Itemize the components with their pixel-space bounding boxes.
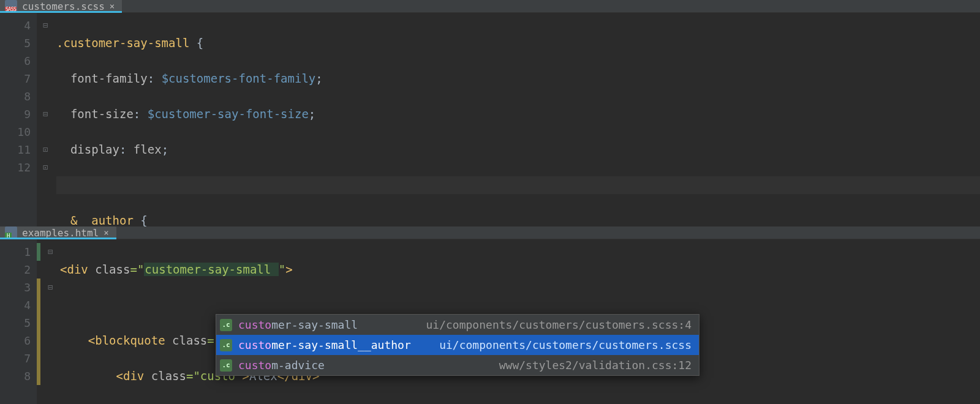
css-property: display — [70, 143, 119, 156]
code-editor[interactable]: 1 2 3 4 5 6 7 8 ⊟ ⊟ <div class="customer… — [0, 239, 980, 404]
line-number: 5 — [0, 34, 31, 52]
fold-end-icon[interactable]: ⊡ — [37, 141, 54, 159]
line-number: 4 — [0, 296, 31, 314]
fold-toggle-icon[interactable]: ⊟ — [37, 105, 54, 123]
html-tag: blockquote — [95, 334, 165, 347]
line-number: 12 — [0, 159, 31, 176]
line-number: 3 — [0, 279, 31, 296]
fold-column: ⊟ ⊟ — [43, 239, 58, 404]
completion-name: mer-say-small__author — [271, 339, 411, 351]
tab-bar: customers.scss × — [0, 0, 980, 13]
css-class-icon: .c — [220, 359, 232, 372]
completion-popup: .c customer-say-small ui/components/cust… — [216, 314, 699, 376]
css-class-icon: .c — [220, 339, 232, 351]
html-attr: class — [151, 369, 186, 383]
line-number: 8 — [0, 88, 31, 105]
css-selector: .customer-say-small — [56, 36, 189, 50]
completion-item[interactable]: .c custom-advice www/styles2/validation.… — [216, 355, 699, 375]
line-number: 7 — [0, 350, 31, 367]
line-number: 4 — [0, 17, 31, 34]
css-property: font-family — [70, 72, 148, 85]
tab-label: customers.scss — [22, 1, 105, 12]
tab-bar: examples.html × — [0, 226, 980, 239]
close-icon[interactable]: × — [110, 1, 115, 11]
editor-pane-html: examples.html × 1 2 3 4 5 6 7 8 ⊟ ⊟ <div… — [0, 226, 980, 404]
line-number: 5 — [0, 314, 31, 332]
fold-toggle-icon[interactable]: ⊟ — [37, 17, 54, 34]
css-value: flex — [134, 143, 162, 156]
html-attr: class — [172, 334, 207, 347]
scss-variable: $customers-font-family — [162, 72, 316, 85]
fold-toggle-icon[interactable]: ⊟ — [43, 243, 58, 261]
fold-toggle-icon[interactable]: ⊟ — [43, 279, 58, 296]
attr-value: customer-say-small — [144, 263, 278, 276]
css-property: font-size — [70, 107, 134, 121]
html-attr: class — [95, 263, 130, 276]
line-number: 7 — [0, 70, 31, 88]
line-number: 8 — [0, 367, 31, 385]
tab-customers-scss[interactable]: customers.scss × — [0, 0, 122, 12]
scss-nested-selector: &__author — [70, 214, 134, 227]
tab-label: examples.html — [22, 227, 99, 239]
completion-name: m-advice — [271, 359, 325, 372]
completion-name: mer-say-small — [271, 318, 358, 331]
line-number: 6 — [0, 332, 31, 350]
line-number: 10 — [0, 123, 31, 141]
tab-examples-html[interactable]: examples.html × — [0, 226, 116, 239]
line-number: 11 — [0, 141, 31, 159]
line-number: 9 — [0, 105, 31, 123]
html-file-icon — [5, 226, 17, 239]
change-marker-gutter — [37, 239, 43, 404]
close-icon[interactable]: × — [104, 228, 108, 238]
scss-variable: $customer-say-font-size — [148, 107, 309, 121]
completion-path: ui/components/customers/customers.scss:4 — [426, 318, 692, 331]
fold-end-icon[interactable]: ⊡ — [37, 159, 54, 176]
line-number: 2 — [0, 261, 31, 279]
completion-path: www/styles2/validation.css:12 — [499, 359, 692, 372]
line-number: 6 — [0, 52, 31, 70]
html-tag: div — [67, 263, 88, 276]
sass-file-icon — [5, 0, 17, 12]
completion-item-selected[interactable]: .c customer-say-small__author ui/compone… — [216, 335, 699, 355]
line-number: 1 — [0, 243, 31, 261]
html-tag: div — [123, 369, 144, 383]
completion-item[interactable]: .c customer-say-small ui/components/cust… — [216, 315, 699, 335]
css-class-icon: .c — [220, 319, 232, 331]
completion-path: ui/components/customers/customers.scss — [439, 339, 692, 351]
editor-pane-scss: customers.scss × 4 5 6 7 8 9 10 11 12 ⊟ … — [0, 0, 980, 226]
line-number-gutter: 1 2 3 4 5 6 7 8 — [0, 239, 37, 404]
